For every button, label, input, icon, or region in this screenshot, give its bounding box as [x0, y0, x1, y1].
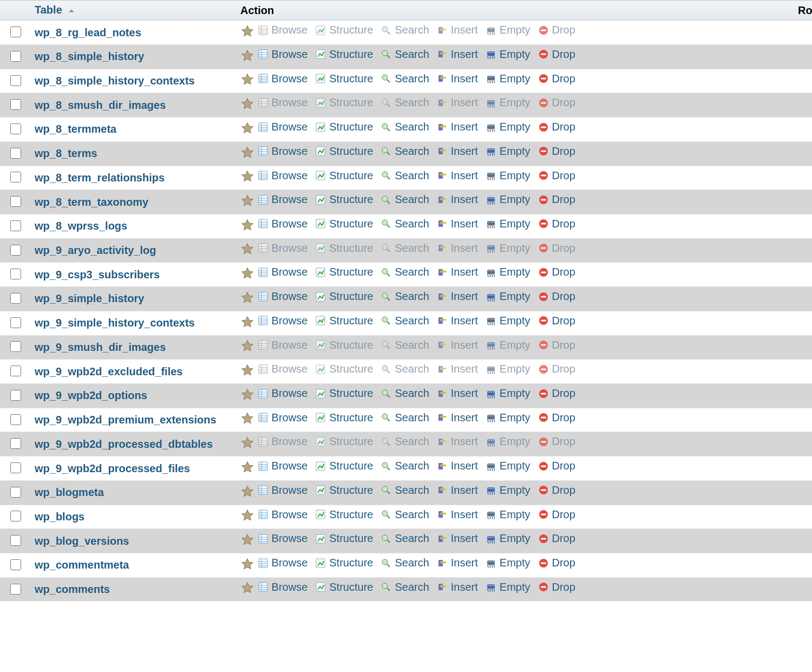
structure-action[interactable]: Structure [315, 557, 373, 569]
search-action[interactable]: Search [381, 73, 429, 85]
empty-action[interactable]: Empty [486, 315, 531, 327]
structure-action[interactable]: Structure [315, 484, 373, 497]
favorite-star-icon[interactable] [240, 508, 254, 525]
favorite-star-icon[interactable] [240, 97, 254, 114]
drop-action[interactable]: Drop [538, 242, 575, 255]
table-name-link[interactable]: wp_8_wprss_logs [35, 220, 127, 232]
empty-action[interactable]: Empty [486, 48, 531, 61]
row-checkbox[interactable] [10, 390, 21, 401]
drop-action[interactable]: Drop [538, 96, 575, 109]
search-action[interactable]: Search [381, 581, 429, 593]
empty-action[interactable]: Empty [486, 242, 531, 255]
drop-action[interactable]: Drop [538, 435, 575, 448]
search-action[interactable]: Search [381, 218, 429, 230]
empty-action[interactable]: Empty [486, 145, 531, 158]
row-checkbox[interactable] [10, 487, 21, 498]
row-checkbox[interactable] [10, 438, 21, 449]
drop-action[interactable]: Drop [538, 48, 575, 61]
structure-action[interactable]: Structure [315, 266, 373, 278]
row-checkbox[interactable] [10, 511, 21, 521]
drop-action[interactable]: Drop [538, 290, 575, 303]
drop-action[interactable]: Drop [538, 557, 575, 569]
insert-action[interactable]: Insert [437, 242, 478, 255]
table-name-link[interactable]: wp_comments [35, 583, 110, 595]
row-checkbox[interactable] [10, 317, 21, 328]
browse-action[interactable]: Browse [258, 193, 308, 206]
favorite-star-icon[interactable] [240, 169, 254, 186]
row-checkbox[interactable] [10, 414, 21, 425]
row-checkbox[interactable] [10, 99, 21, 110]
row-checkbox[interactable] [10, 172, 21, 182]
search-action[interactable]: Search [381, 48, 429, 61]
browse-action[interactable]: Browse [258, 484, 308, 497]
empty-action[interactable]: Empty [486, 581, 531, 593]
structure-action[interactable]: Structure [315, 48, 373, 61]
favorite-star-icon[interactable] [240, 363, 254, 380]
browse-action[interactable]: Browse [258, 460, 308, 472]
search-action[interactable]: Search [381, 315, 429, 327]
insert-action[interactable]: Insert [437, 96, 478, 109]
favorite-star-icon[interactable] [240, 436, 254, 453]
search-action[interactable]: Search [381, 508, 429, 521]
search-action[interactable]: Search [381, 435, 429, 448]
drop-action[interactable]: Drop [538, 24, 575, 36]
insert-action[interactable]: Insert [437, 435, 478, 448]
browse-action[interactable]: Browse [258, 48, 308, 61]
browse-action[interactable]: Browse [258, 508, 308, 521]
insert-action[interactable]: Insert [437, 73, 478, 85]
favorite-star-icon[interactable] [240, 339, 254, 356]
search-action[interactable]: Search [381, 242, 429, 255]
row-checkbox[interactable] [10, 341, 21, 352]
search-action[interactable]: Search [381, 339, 429, 351]
table-name-link[interactable]: wp_9_wpb2d_premium_extensions [35, 414, 217, 426]
table-name-link[interactable]: wp_8_term_taxonomy [35, 196, 148, 208]
search-action[interactable]: Search [381, 387, 429, 400]
insert-action[interactable]: Insert [437, 363, 478, 375]
table-name-link[interactable]: wp_9_smush_dir_images [35, 341, 166, 353]
table-name-link[interactable]: wp_8_terms [35, 147, 97, 159]
structure-action[interactable]: Structure [315, 73, 373, 85]
row-checkbox[interactable] [10, 462, 21, 473]
table-name-link[interactable]: wp_blogs [35, 511, 84, 523]
structure-action[interactable]: Structure [315, 363, 373, 375]
table-name-link[interactable]: wp_8_rg_lead_notes [35, 27, 141, 38]
empty-action[interactable]: Empty [486, 266, 531, 278]
favorite-star-icon[interactable] [240, 557, 254, 574]
search-action[interactable]: Search [381, 121, 429, 133]
structure-action[interactable]: Structure [315, 532, 373, 545]
browse-action[interactable]: Browse [258, 290, 308, 303]
row-checkbox[interactable] [10, 293, 21, 304]
browse-action[interactable]: Browse [258, 242, 308, 255]
structure-action[interactable]: Structure [315, 145, 373, 158]
table-name-link[interactable]: wp_8_simple_history_contexts [35, 75, 195, 87]
structure-action[interactable]: Structure [315, 412, 373, 424]
structure-action[interactable]: Structure [315, 218, 373, 230]
structure-action[interactable]: Structure [315, 169, 373, 182]
insert-action[interactable]: Insert [437, 484, 478, 497]
favorite-star-icon[interactable] [240, 485, 254, 501]
search-action[interactable]: Search [381, 532, 429, 545]
insert-action[interactable]: Insert [437, 412, 478, 424]
empty-action[interactable]: Empty [486, 412, 531, 424]
structure-action[interactable]: Structure [315, 290, 373, 303]
drop-action[interactable]: Drop [538, 145, 575, 158]
search-action[interactable]: Search [381, 363, 429, 375]
table-name-link[interactable]: wp_9_wpb2d_excluded_files [35, 366, 182, 377]
row-checkbox[interactable] [10, 148, 21, 159]
insert-action[interactable]: Insert [437, 557, 478, 569]
browse-action[interactable]: Browse [258, 121, 308, 133]
structure-action[interactable]: Structure [315, 435, 373, 448]
browse-action[interactable]: Browse [258, 581, 308, 593]
table-name-link[interactable]: wp_commentmeta [35, 559, 129, 571]
empty-action[interactable]: Empty [486, 339, 531, 351]
insert-action[interactable]: Insert [437, 460, 478, 472]
browse-action[interactable]: Browse [258, 24, 308, 36]
insert-action[interactable]: Insert [437, 581, 478, 593]
table-name-link[interactable]: wp_blog_versions [35, 535, 129, 547]
search-action[interactable]: Search [381, 266, 429, 278]
table-name-link[interactable]: wp_9_wpb2d_processed_dbtables [35, 438, 213, 450]
insert-action[interactable]: Insert [437, 24, 478, 36]
drop-action[interactable]: Drop [538, 121, 575, 133]
favorite-star-icon[interactable] [240, 315, 254, 332]
drop-action[interactable]: Drop [538, 266, 575, 278]
